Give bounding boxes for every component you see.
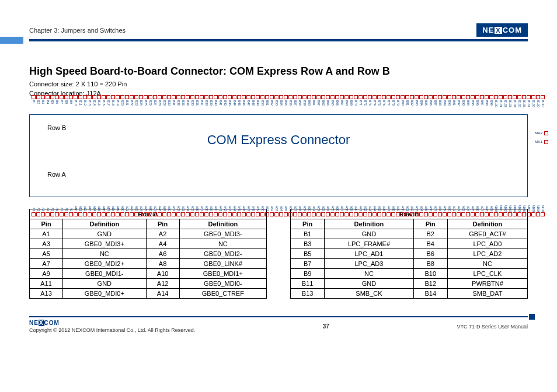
pin-marker: A16: [102, 197, 106, 216]
table-cell: A8: [146, 259, 179, 269]
pin-marker: A57: [293, 197, 297, 216]
pin-marker: A53: [274, 197, 278, 216]
pin-marker: B91: [452, 95, 456, 115]
pin-marker: A100: [494, 197, 498, 216]
pin-marker: A50: [260, 197, 264, 216]
pin-marker: B44: [232, 95, 236, 115]
pin-marker: A26: [148, 197, 152, 216]
pin-marker: B9: [69, 95, 73, 115]
pin-marker: B60: [307, 95, 311, 115]
pin-marker: A69: [349, 197, 353, 216]
pin-marker: A73: [368, 197, 372, 216]
pin-marker: B12: [83, 95, 87, 115]
table-cell: PWRBTN#: [447, 279, 527, 289]
pin-marker: A92: [457, 197, 461, 216]
table-cell: B5: [291, 249, 325, 259]
pin-marker: B96: [475, 95, 479, 115]
pin-marker: B88: [438, 95, 442, 115]
column-header: Definition: [325, 219, 413, 229]
pin-marker: A47: [246, 197, 250, 216]
column-header: Definition: [63, 219, 146, 229]
pin-marker: B68: [344, 95, 349, 115]
table-cell: GND: [325, 229, 413, 239]
pin-marker: A1: [32, 197, 36, 216]
table-cell: GBE0_ACT#: [447, 229, 527, 239]
pin-marker: A97: [480, 197, 484, 216]
pin-marker: B101: [499, 95, 503, 115]
pin-marker: A98: [485, 197, 489, 216]
mounting-holes: MH2 MH1: [535, 127, 548, 149]
pin-marker: A104: [513, 197, 517, 216]
table-cell: A1: [30, 229, 63, 239]
pin-marker: B40: [214, 95, 218, 115]
pin-marker: B73: [368, 95, 372, 115]
table-cell: A11: [30, 279, 63, 289]
table-cell: B1: [291, 229, 325, 239]
table-cell: NC: [325, 269, 413, 279]
table-row: A7GBE0_MDI2+A8GBE0_LINK#: [30, 259, 267, 269]
table-cell: GND: [63, 229, 146, 239]
pin-marker: A86: [429, 197, 433, 216]
pin-marker: A71: [358, 197, 363, 216]
pin-marker: B102: [503, 95, 507, 115]
pin-marker: A40: [214, 197, 218, 216]
pin-marker: B90: [447, 95, 451, 115]
pin-marker: B100: [494, 95, 498, 115]
pin-marker: A38: [204, 197, 208, 216]
pin-marker: A99: [489, 197, 493, 216]
pin-marker: A95: [471, 197, 475, 216]
pin-marker: A35: [190, 197, 194, 216]
column-header: Pin: [291, 219, 325, 229]
table-row: B7LPC_AD3B8NC: [291, 259, 528, 269]
pin-marker: A108: [531, 197, 535, 216]
table-cell: LPC_AD3: [325, 259, 413, 269]
pin-marker: A89: [443, 197, 447, 216]
pin-marker: B81: [405, 95, 409, 115]
pin-marker: A43: [228, 197, 232, 216]
pin-marker: B32: [176, 95, 180, 115]
table-cell: NC: [63, 249, 146, 259]
pin-marker: A55: [284, 197, 288, 216]
pin-marker: B50: [260, 95, 264, 115]
table-row: A11GNDA12GBE0_MDI0-: [30, 279, 267, 289]
pin-marker: B49: [256, 95, 260, 115]
pin-marker: B13: [88, 95, 92, 115]
pin-marker: A87: [433, 197, 437, 216]
pin-marker: A48: [251, 197, 255, 216]
mh1-label: MH1: [535, 140, 548, 144]
row-b-label: Row B: [47, 124, 66, 131]
pin-marker: A10: [74, 197, 78, 216]
table-cell: NC: [179, 239, 266, 249]
pin-marker: B99: [489, 95, 493, 115]
pin-marker: A79: [396, 197, 400, 216]
pin-marker: A96: [475, 197, 479, 216]
pin-marker: B65: [330, 95, 335, 115]
table-cell: LPC_AD0: [447, 239, 527, 249]
column-header: Definition: [179, 219, 266, 229]
table-cell: SMB_CK: [325, 289, 413, 299]
pin-marker: B103: [508, 95, 512, 115]
pin-marker: B18: [111, 95, 115, 115]
connector-size: Connector size: 2 X 110 = 220 Pin: [29, 80, 528, 88]
pin-marker: B98: [485, 95, 489, 115]
pin-marker: A20: [120, 197, 124, 216]
pin-marker: A13: [88, 197, 92, 216]
pin-marker: A22: [130, 197, 134, 216]
pin-marker: A78: [391, 197, 395, 216]
pin-marker: A56: [288, 197, 293, 216]
pin-marker: B94: [466, 95, 470, 115]
pin-marker: B61: [312, 95, 316, 115]
table-cell: GBE0_CTREF: [179, 289, 266, 299]
pin-marker: B105: [517, 95, 521, 115]
pin-marker: B62: [316, 95, 321, 115]
table-cell: LPC_AD2: [447, 249, 527, 259]
table-cell: A2: [146, 229, 179, 239]
pin-marker: B43: [228, 95, 232, 115]
pin-marker: A109: [536, 197, 540, 216]
table-row: B9NCB10LPC_CLK: [291, 269, 528, 279]
table-cell: A13: [30, 289, 63, 299]
pin-marker: A81: [405, 197, 409, 216]
pin-marker: A82: [410, 197, 414, 216]
pin-marker: A6: [55, 197, 59, 216]
table-cell: B13: [291, 289, 325, 299]
